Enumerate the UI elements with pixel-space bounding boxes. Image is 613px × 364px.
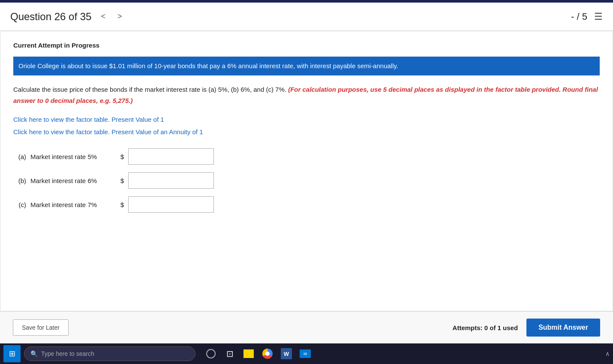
mail-button[interactable]: ✉ xyxy=(297,345,314,362)
start-button[interactable]: ⊞ xyxy=(3,345,21,362)
taskbar-chevron-icon[interactable]: ∧ xyxy=(605,350,610,357)
widgets-icon: ⊡ xyxy=(226,349,234,359)
row-label-a: Market interest rate 5% xyxy=(30,153,116,160)
factor-links-section: Click here to view the factor table. Pre… xyxy=(13,114,600,138)
question-header: Question 26 of 35 < > - / 5 ☰ xyxy=(0,3,613,31)
dollar-sign-b: $ xyxy=(120,177,124,184)
task-view-icon xyxy=(206,349,216,358)
answer-input-c[interactable] xyxy=(128,196,214,213)
chrome-button[interactable] xyxy=(259,345,276,362)
next-arrow-button[interactable]: > xyxy=(115,10,125,23)
question-body-text: Calculate the issue price of these bonds… xyxy=(13,86,286,93)
file-explorer-button[interactable] xyxy=(240,345,257,362)
mail-icon: ✉ xyxy=(300,349,311,358)
task-view-button[interactable] xyxy=(202,345,219,362)
row-letter-a: (a) xyxy=(13,153,26,160)
input-row-a: (a) Market interest rate 5% $ xyxy=(13,148,600,165)
answer-input-b[interactable] xyxy=(128,172,214,189)
search-icon: 🔍 xyxy=(30,350,38,357)
input-section: (a) Market interest rate 5% $ (b) Market… xyxy=(13,148,600,213)
answer-input-a[interactable] xyxy=(128,148,214,165)
dollar-sign-a: $ xyxy=(120,153,124,160)
word-icon: W xyxy=(281,348,292,359)
word-button[interactable]: W xyxy=(278,345,295,362)
windows-icon: ⊞ xyxy=(9,349,15,358)
chrome-icon xyxy=(262,349,273,359)
question-body: Calculate the issue price of these bonds… xyxy=(13,84,600,106)
factor-link-pv1[interactable]: Click here to view the factor table. Pre… xyxy=(13,114,600,126)
list-menu-icon[interactable]: ☰ xyxy=(594,11,603,22)
taskbar-icons: ⊡ W ✉ xyxy=(202,345,314,362)
taskbar: ⊞ 🔍 Type here to search ⊡ W ✉ ∧ xyxy=(0,343,613,364)
widgets-button[interactable]: ⊡ xyxy=(221,345,238,362)
factor-link-pva1[interactable]: Click here to view the factor table. Pre… xyxy=(13,126,600,138)
bottom-right: Attempts: 0 of 1 used Submit Answer xyxy=(453,319,600,337)
header-right: - / 5 ☰ xyxy=(571,11,603,22)
input-row-c: (c) Market interest rate 7% $ xyxy=(13,196,600,213)
row-label-b: Market interest rate 6% xyxy=(30,177,116,184)
row-letter-b: (b) xyxy=(13,177,26,184)
score-display: - / 5 xyxy=(571,11,587,22)
save-for-later-button[interactable]: Save for Later xyxy=(13,319,69,336)
question-title: Question 26 of 35 xyxy=(10,11,91,23)
bottom-bar: Save for Later Attempts: 0 of 1 used Sub… xyxy=(0,311,613,343)
submit-answer-button[interactable]: Submit Answer xyxy=(526,319,600,337)
input-row-b: (b) Market interest rate 6% $ xyxy=(13,172,600,189)
highlighted-question-text: Oriole College is about to issue $1.01 m… xyxy=(13,57,600,75)
taskbar-search-bar[interactable]: 🔍 Type here to search xyxy=(24,346,195,361)
current-attempt-label: Current Attempt in Progress xyxy=(13,42,600,49)
main-content: Current Attempt in Progress Oriole Colle… xyxy=(0,31,613,311)
row-label-c: Market interest rate 7% xyxy=(30,201,116,208)
header-left: Question 26 of 35 < > xyxy=(10,10,125,23)
row-letter-c: (c) xyxy=(13,201,26,208)
attempts-text: Attempts: 0 of 1 used xyxy=(453,324,518,331)
taskbar-right: ∧ xyxy=(605,350,610,357)
file-explorer-icon xyxy=(243,349,254,358)
prev-arrow-button[interactable]: < xyxy=(98,10,108,23)
dollar-sign-c: $ xyxy=(120,201,124,208)
taskbar-search-placeholder: Type here to search xyxy=(41,350,94,357)
